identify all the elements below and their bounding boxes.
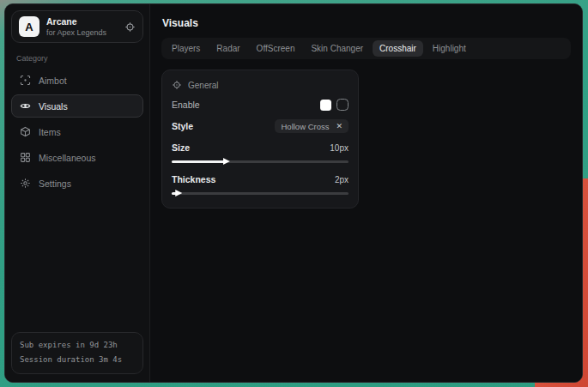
miscellaneous-icon <box>20 152 31 163</box>
category-label: Category <box>16 54 138 63</box>
session-duration-text: Session duration 3m 4s <box>20 353 135 368</box>
sidebar-item-miscellaneous[interactable]: Miscellaneous <box>11 146 143 169</box>
slider-handle[interactable] <box>223 158 230 165</box>
slider-handle[interactable] <box>175 190 182 197</box>
tab-offscreen[interactable]: OffScreen <box>250 40 302 57</box>
subscription-info: Sub expires in 9d 23h Session duration 3… <box>11 332 143 374</box>
slider-track <box>172 192 349 195</box>
aimbot-icon <box>20 75 31 86</box>
tab-radar[interactable]: Radar <box>209 40 246 57</box>
style-chip-value: Hollow Cross <box>281 122 329 131</box>
enable-checkbox[interactable] <box>336 99 349 111</box>
tab-bar: Players Radar OffScreen Skin Changer Cro… <box>161 38 571 59</box>
tab-highlight[interactable]: Highlight <box>426 40 473 57</box>
style-chip[interactable]: Hollow Cross ✕ <box>275 119 349 133</box>
slider-fill <box>172 192 179 195</box>
items-icon <box>20 126 31 137</box>
thickness-value: 2px <box>335 175 349 184</box>
sidebar-item-label: Settings <box>39 178 71 189</box>
color-swatch[interactable] <box>320 100 331 111</box>
app-subtitle: for Apex Legends <box>46 28 118 37</box>
tab-skin-changer[interactable]: Skin Changer <box>304 40 370 57</box>
sidebar: A Arcane for Apex Legends Category <box>5 4 150 382</box>
app-logo: A <box>19 16 39 37</box>
crosshair-icon[interactable] <box>124 21 136 33</box>
sidebar-item-label: Visuals <box>39 101 68 112</box>
arcane-overlay-window: A Arcane for Apex Legends Category <box>4 3 583 383</box>
sidebar-item-label: Items <box>39 127 61 137</box>
app-name: Arcane <box>46 16 118 27</box>
tab-players[interactable]: Players <box>165 40 207 57</box>
desktop-background: A Arcane for Apex Legends Category <box>0 0 588 387</box>
page-title: Visuals <box>162 17 571 29</box>
main-content: Visuals Players Radar OffScreen Skin Cha… <box>150 4 582 382</box>
thickness-setting: Thickness 2px <box>172 174 349 197</box>
sidebar-item-items[interactable]: Items <box>11 120 143 143</box>
sidebar-item-aimbot[interactable]: Aimbot <box>11 69 143 92</box>
panel-title: General <box>188 81 219 90</box>
profile-text: Arcane for Apex Legends <box>46 16 118 37</box>
sidebar-item-label: Miscellaneous <box>39 153 96 163</box>
size-label: Size <box>172 142 190 153</box>
size-setting: Size 10px <box>172 142 349 165</box>
general-panel: General Enable Style Hollow Cross ✕ <box>161 70 359 209</box>
visuals-icon <box>20 100 31 112</box>
sidebar-item-visuals[interactable]: Visuals <box>11 94 143 118</box>
enable-label: Enable <box>172 100 200 110</box>
thickness-slider[interactable] <box>172 190 349 197</box>
profile-card: A Arcane for Apex Legends <box>11 10 143 43</box>
size-value: 10px <box>330 143 349 153</box>
enable-controls <box>320 99 349 111</box>
style-row: Style Hollow Cross ✕ <box>172 119 349 133</box>
settings-icon <box>20 178 31 189</box>
slider-fill <box>172 160 227 163</box>
sidebar-item-settings[interactable]: Settings <box>11 172 143 195</box>
size-slider[interactable] <box>172 158 349 165</box>
panel-header: General <box>172 80 349 90</box>
close-icon[interactable]: ✕ <box>336 123 342 130</box>
enable-row: Enable <box>172 99 349 111</box>
sidebar-item-label: Aimbot <box>39 76 67 86</box>
thickness-label: Thickness <box>172 174 215 184</box>
sub-expires-text: Sub expires in 9d 23h <box>20 338 135 354</box>
tab-crosshair[interactable]: Crosshair <box>373 40 423 57</box>
style-label: Style <box>172 121 193 131</box>
crosshair-icon <box>172 80 182 90</box>
